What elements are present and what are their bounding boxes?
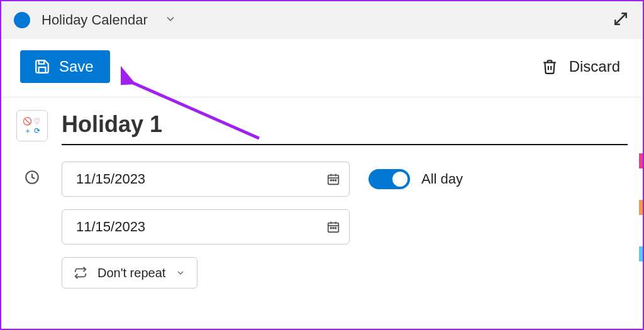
- event-title-input[interactable]: [62, 110, 628, 145]
- trash-icon: [541, 58, 558, 75]
- repeat-dropdown[interactable]: Don't repeat: [62, 257, 197, 289]
- decorative-edge-marks: [639, 153, 643, 261]
- clock-icon: [16, 162, 48, 185]
- save-icon: [34, 58, 50, 75]
- title-row: 🚫♡＋⟳: [16, 110, 628, 145]
- svg-point-9: [330, 180, 331, 181]
- calendar-icon: [326, 220, 340, 234]
- emoji-picker-button[interactable]: 🚫♡＋⟳: [16, 110, 48, 141]
- svg-point-17: [333, 228, 334, 229]
- datetime-section: 11/15/2023 All day 11/15/2023: [16, 162, 628, 289]
- calendar-header: Holiday Calendar: [1, 1, 643, 39]
- repeat-icon: [74, 266, 87, 280]
- svg-point-16: [330, 228, 331, 229]
- chevron-down-icon: [175, 268, 186, 278]
- start-date-input[interactable]: 11/15/2023: [62, 162, 350, 197]
- end-date-value: 11/15/2023: [76, 219, 326, 235]
- action-toolbar: Save Discard: [1, 39, 643, 97]
- all-day-label: All day: [421, 171, 463, 187]
- svg-point-10: [333, 180, 334, 181]
- svg-point-11: [335, 180, 336, 181]
- svg-point-18: [335, 228, 336, 229]
- calendar-icon: [326, 172, 340, 186]
- discard-button[interactable]: Discard: [538, 57, 624, 76]
- calendar-color-dot: [14, 12, 30, 28]
- end-date-input[interactable]: 11/15/2023: [62, 209, 350, 245]
- svg-line-0: [615, 13, 626, 25]
- calendar-name-label: Holiday Calendar: [42, 12, 148, 28]
- expand-icon[interactable]: [611, 9, 630, 31]
- repeat-label: Don't repeat: [97, 266, 165, 280]
- all-day-toggle[interactable]: [369, 169, 410, 189]
- save-button[interactable]: Save: [20, 50, 110, 83]
- emoji-picker-icon: 🚫♡＋⟳: [24, 118, 41, 135]
- discard-button-label: Discard: [569, 58, 620, 75]
- save-button-label: Save: [59, 58, 94, 75]
- start-date-value: 11/15/2023: [76, 171, 326, 187]
- svg-rect-1: [39, 67, 46, 73]
- svg-rect-2: [39, 60, 45, 63]
- chevron-down-icon[interactable]: [164, 13, 177, 28]
